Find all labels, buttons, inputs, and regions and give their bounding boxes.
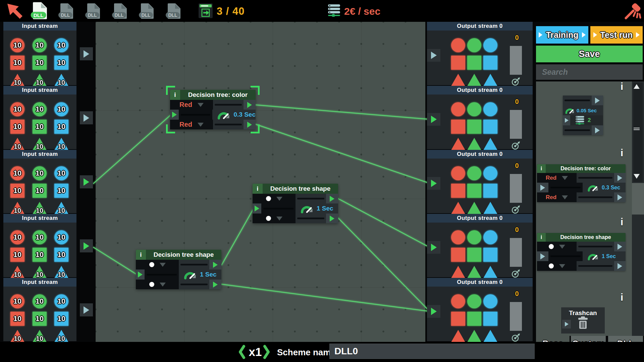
back-button[interactable]	[5, 2, 24, 22]
node-in-port[interactable]	[537, 183, 548, 192]
wire-segment	[145, 269, 179, 280]
speed-decrease-button[interactable]	[238, 345, 246, 361]
wire-segment	[577, 173, 614, 183]
stream-play-button[interactable]	[80, 239, 93, 252]
speed-increase-button[interactable]	[263, 345, 270, 361]
test-run-button[interactable]: Test run	[590, 26, 643, 44]
power-row: 2	[563, 115, 603, 125]
node-info-button[interactable]: i	[537, 233, 546, 242]
wire-segment	[213, 120, 244, 129]
stream-in-port[interactable]	[427, 177, 440, 190]
info-icon[interactable]: i	[621, 217, 623, 228]
node-dt-shape-1[interactable]: iDecision tree shape 1 Sec	[253, 184, 338, 223]
node-out-port[interactable]	[209, 260, 221, 269]
node-in-port[interactable]	[170, 110, 179, 120]
money-suffix: / sec	[358, 6, 380, 17]
dll-file-tab[interactable]: DLL	[58, 2, 75, 20]
stream-shape-red-circle	[451, 230, 465, 244]
node-in-port[interactable]	[136, 269, 145, 280]
node-row	[563, 96, 603, 105]
node-out-port[interactable]	[592, 125, 603, 135]
stream-shape-green-circle: 10	[33, 166, 47, 180]
play-icon	[84, 50, 89, 58]
gauge-icon	[565, 107, 575, 114]
stream-play-button[interactable]	[80, 111, 93, 124]
shape-value: 10	[14, 335, 21, 342]
node-option-row	[537, 261, 626, 271]
info-icon[interactable]: i	[621, 147, 623, 159]
option-dropdown[interactable]	[253, 214, 296, 223]
trashcan-dropzone[interactable]: Trashcan	[561, 307, 605, 334]
timer-value: 0.3 Sec	[602, 185, 620, 191]
node-p-dt-color[interactable]: iDecision tree: colorRed 0.3 SecRed	[537, 164, 626, 202]
save-button[interactable]: Save	[536, 46, 643, 62]
stream-play-button[interactable]	[80, 47, 93, 60]
info-icon[interactable]: i	[621, 292, 623, 303]
scheme-canvas[interactable]	[96, 22, 425, 342]
scrollbar-track[interactable]	[633, 83, 643, 182]
dll-file-tab[interactable]: DLL	[30, 1, 49, 20]
output-stream-panel: Output stream 00	[427, 22, 533, 85]
stream-shape-green-square	[467, 312, 481, 326]
node-header: iDecision tree: color	[537, 164, 626, 173]
node-info-button[interactable]: i	[537, 164, 546, 173]
scroll-up-icon[interactable]	[634, 84, 640, 89]
dll-file-tab[interactable]: DLL	[85, 2, 102, 20]
option-dropdown[interactable]: Red	[170, 100, 213, 110]
panel-title: Output stream 0	[427, 86, 533, 95]
shape-value: 10	[57, 106, 65, 113]
stream-shape-blue-square	[483, 248, 497, 262]
node-row	[563, 125, 603, 135]
option-dropdown[interactable]	[537, 242, 577, 251]
option-dropdown[interactable]	[136, 280, 179, 289]
stream-play-button[interactable]	[80, 175, 93, 188]
node-out-port[interactable]	[244, 100, 256, 110]
chevron-right-icon	[263, 345, 270, 359]
option-dropdown[interactable]	[537, 261, 577, 271]
option-dropdown[interactable]	[136, 260, 179, 269]
option-dropdown[interactable]: Red	[537, 173, 577, 183]
option-dropdown[interactable]: Red	[537, 192, 577, 202]
node-in-port[interactable]	[253, 203, 261, 214]
node-in-port[interactable]	[563, 115, 570, 125]
info-icon[interactable]: i	[621, 81, 623, 92]
scheme-name-input[interactable]	[329, 344, 535, 359]
play-icon	[565, 118, 569, 123]
option-dropdown[interactable]: Red	[170, 120, 213, 129]
stream-in-port[interactable]	[427, 305, 440, 318]
scroll-down-icon[interactable]	[634, 174, 640, 179]
gauge-icon	[300, 203, 314, 214]
server-icon	[327, 4, 341, 18]
node-out-port[interactable]	[592, 96, 603, 105]
stream-play-button[interactable]	[80, 303, 93, 316]
node-info-button[interactable]: i	[253, 184, 263, 194]
clear-scheme-button[interactable]	[623, 1, 643, 21]
dll-file-tab[interactable]: DLL	[139, 2, 156, 20]
node-dt-color-1[interactable]: iDecision tree: colorRed 0.3 SecRed	[170, 90, 256, 129]
node-info-button[interactable]: i	[136, 250, 146, 260]
palette-speed-node[interactable]: 0.05 Sec 2	[563, 96, 603, 135]
node-out-port[interactable]	[614, 242, 626, 251]
node-out-port[interactable]	[209, 280, 221, 289]
node-out-port[interactable]	[326, 194, 338, 203]
trashcan-in-port[interactable]	[562, 320, 571, 328]
wire-segment	[261, 203, 296, 214]
scrollbar-handle[interactable]	[634, 128, 640, 128]
node-p-dt-shape[interactable]: iDecision tree shape 1 Sec	[537, 233, 626, 271]
node-out-port[interactable]	[614, 192, 626, 202]
node-out-port[interactable]	[614, 261, 626, 271]
stream-shape-red-square	[451, 184, 465, 198]
dll-file-tab[interactable]: DLL	[112, 2, 129, 20]
stream-in-port[interactable]	[427, 49, 440, 62]
stream-shape-green-circle	[467, 38, 481, 52]
dll-file-tab[interactable]: DLL	[165, 2, 183, 20]
stream-in-port[interactable]	[427, 113, 440, 126]
stream-in-port[interactable]	[427, 241, 440, 254]
search-input[interactable]	[536, 64, 643, 80]
node-out-port[interactable]	[326, 214, 338, 223]
option-dropdown[interactable]	[253, 194, 296, 203]
node-out-port[interactable]	[614, 173, 626, 183]
node-dt-shape-2[interactable]: iDecision tree shape 1 Sec	[136, 250, 221, 289]
node-in-port[interactable]	[537, 251, 548, 261]
training-button[interactable]: Training	[536, 26, 588, 44]
